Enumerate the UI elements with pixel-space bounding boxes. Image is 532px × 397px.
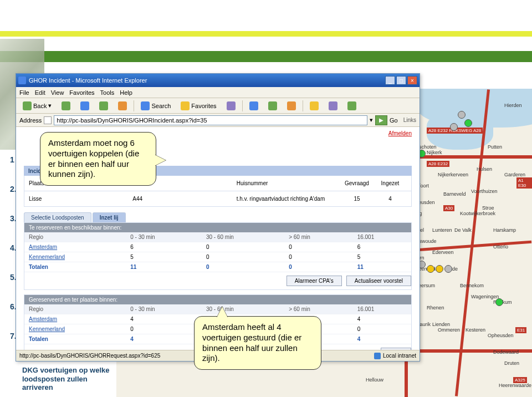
callout-bottom-text: Amsterdam heeft al 4 voertuigen gestuurd… (202, 322, 301, 363)
terug-button[interactable]: Terug (381, 348, 411, 350)
callout-top-text: Amsterdam moet nog 6 voertuigen koppelen… (48, 138, 139, 179)
town-label: Bennekom (460, 283, 484, 288)
town-label: Druten (504, 360, 519, 366)
town-label: Hulsen (477, 166, 492, 172)
ext3-button[interactable] (344, 100, 360, 112)
s2-col-60: > 60 min (284, 304, 353, 314)
val-huisnr: t.h.v. ringvaartviaduct richting A'dam (237, 196, 340, 202)
menu-tools[interactable]: Tools (100, 89, 115, 96)
town-label: Hellouw (366, 377, 383, 383)
town-label: Wageningen (471, 294, 499, 299)
map-marker[interactable] (464, 119, 472, 127)
forward-button[interactable] (58, 100, 74, 112)
town-label: Voorthuizen (471, 189, 498, 194)
s2-r2-region[interactable]: Kennemerland (24, 324, 126, 334)
stop-button[interactable] (77, 100, 93, 112)
favorites-label: Favorites (191, 103, 216, 109)
refresh-button[interactable] (96, 100, 111, 112)
home-icon (118, 101, 127, 110)
history-button[interactable] (223, 100, 239, 112)
window-title: GHOR Incident - Microsoft Internet Explo… (29, 77, 147, 84)
menu-help[interactable]: Help (120, 89, 132, 96)
home-button[interactable] (115, 100, 130, 112)
edit-button[interactable] (284, 100, 299, 112)
ext-icon (347, 101, 356, 110)
s2-total-label: Totalen (24, 334, 126, 344)
search-button[interactable]: Search (137, 100, 174, 112)
back-button[interactable]: Back ▾ (19, 100, 55, 112)
menu-view[interactable]: View (51, 89, 64, 96)
callout-bottom: Amsterdam heeft al 4 voertuigen gestuurd… (194, 316, 321, 370)
map-marker[interactable] (444, 265, 452, 273)
maximize-button[interactable]: □ (396, 76, 406, 85)
val-plaats: Lisse (29, 196, 132, 202)
s1-total-c2: 0 (202, 262, 284, 272)
titlebar[interactable]: GHOR Incident - Microsoft Internet Explo… (16, 74, 420, 87)
menu-favorites[interactable]: Favorites (69, 89, 94, 96)
town-label: Nijkerkerveen (438, 172, 468, 177)
town-label: Putten (488, 144, 502, 150)
incident-info-row: Lisse A44 t.h.v. ringvaartviaduct richti… (24, 191, 412, 207)
s2-col-3060: 30 - 60 min (202, 304, 284, 314)
refresh-icon (99, 101, 108, 110)
s2-r1-region[interactable]: Amsterdam (24, 314, 126, 324)
minimize-button[interactable]: _ (385, 76, 395, 85)
ie-icon (18, 77, 26, 84)
val-ingezet: 4 (374, 196, 407, 202)
s1-col-60: > 60 min (284, 232, 353, 242)
map-marker[interactable] (436, 265, 443, 273)
map-marker[interactable] (450, 123, 458, 131)
road-badge: A28 E232 (427, 161, 449, 167)
favorites-button[interactable]: Favorites (177, 100, 219, 112)
tab-inzet[interactable]: Inzet lij (93, 212, 126, 222)
s1-r1-c3: 0 (284, 242, 353, 252)
town-label: Ederveen (432, 250, 454, 255)
actualiseer-button[interactable]: Actualiseer voorstel (346, 276, 411, 286)
print-button[interactable] (265, 100, 280, 112)
addr-dropdown-icon[interactable]: ▾ (370, 116, 373, 124)
page-icon (44, 116, 52, 124)
go-button[interactable]: ▶ (375, 115, 387, 125)
s1-r2-c3: 0 (284, 252, 353, 262)
town-label: Garderen (504, 172, 525, 177)
links-label[interactable]: Links (403, 117, 416, 123)
road-badge: E31 (515, 327, 526, 333)
mail-button[interactable] (246, 100, 262, 112)
s2-col-inc: 16.001 (353, 304, 411, 314)
col-ingezet-h: Ingezet (374, 180, 407, 186)
address-input[interactable] (54, 115, 367, 125)
town-label: Heerenwaarde (499, 383, 531, 388)
edit-icon (287, 101, 296, 110)
s1-r2-region[interactable]: Kennemerland (24, 252, 126, 262)
ext1-button[interactable] (306, 100, 322, 112)
menu-edit[interactable]: Edit (35, 89, 45, 96)
address-bar: Address ▾ ▶ Go Links (16, 114, 420, 127)
s1-col-inc: 16.001 (353, 232, 411, 242)
callout-tail-icon (155, 155, 166, 166)
logout-link[interactable]: Afmelden (388, 130, 412, 136)
val-gevraagd: 15 (340, 196, 374, 202)
s1-r2-c4: 5 (353, 252, 411, 262)
map-marker[interactable] (427, 265, 434, 273)
menu-file[interactable]: File (19, 89, 29, 96)
s1-r1-c2: 0 (202, 242, 284, 252)
town-label: Stroe (482, 205, 494, 211)
col-gevraagd-h: Gevraagd (340, 180, 374, 186)
ext2-button[interactable] (325, 100, 341, 112)
history-icon (227, 101, 236, 110)
tab-selectie[interactable]: Selectie Loodsposten (24, 212, 91, 222)
s1-r2-c2: 0 (202, 252, 284, 262)
map-marker[interactable] (495, 298, 503, 306)
road-badge: A30 (443, 205, 454, 211)
close-button[interactable]: × (407, 76, 417, 85)
stop-icon (80, 101, 89, 110)
town-label: Dodewaard (493, 349, 519, 355)
section1-title: Te reserveren en beschikbaar binnen: (24, 223, 411, 232)
back-label: Back (33, 103, 47, 109)
s1-r1-region[interactable]: Amsterdam (24, 242, 126, 252)
map-marker[interactable] (458, 111, 466, 119)
intranet-icon (374, 353, 381, 359)
toolbar: Back ▾ Search Favorites (16, 98, 420, 114)
alarmeer-button[interactable]: Alarmeer CPA's (287, 276, 342, 286)
town-label: Rhenen (427, 305, 444, 311)
